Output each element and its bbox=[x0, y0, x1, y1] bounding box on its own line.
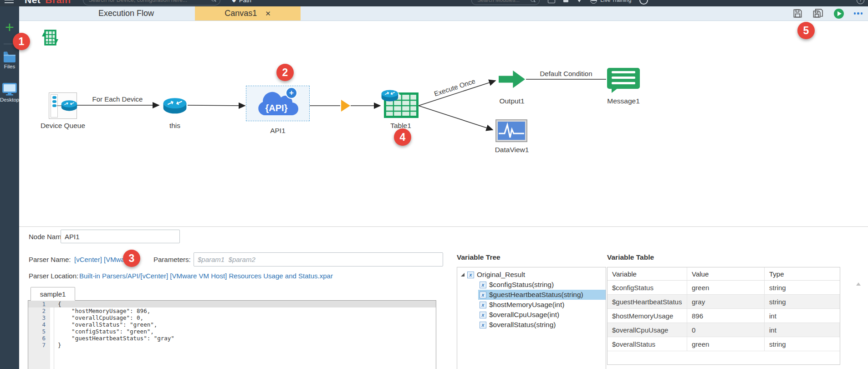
save-icon[interactable] bbox=[792, 8, 803, 19]
path-menu[interactable]: Path bbox=[239, 0, 251, 4]
router-icon bbox=[61, 98, 78, 112]
save-all-icon[interactable] bbox=[812, 8, 824, 19]
node-dataview1[interactable] bbox=[495, 119, 527, 142]
node-label-message1: Message1 bbox=[607, 97, 640, 105]
node-output1[interactable] bbox=[499, 70, 525, 89]
device-search-box[interactable] bbox=[83, 0, 220, 5]
table-row[interactable]: $guestHeartbeatStatusgraystring bbox=[608, 295, 840, 309]
device-search-input[interactable] bbox=[83, 0, 220, 3]
sidebar-item-label: Desktop bbox=[0, 97, 19, 102]
netbrain-logo: NetBrain bbox=[25, 0, 71, 5]
parser-name-link[interactable]: [vCenter] [VMware bbox=[74, 256, 131, 263]
folder-icon bbox=[3, 51, 16, 62]
search-icon bbox=[530, 0, 536, 3]
tree-item-guestheartbeatstatus[interactable]: x $guestHeartbeatStatus(string) bbox=[478, 290, 606, 300]
edge-label-default-condition: Default Condition bbox=[540, 70, 592, 77]
message-tail bbox=[612, 88, 618, 93]
search-icon bbox=[211, 0, 216, 2]
tree-item-overallstatus[interactable]: x $overallStatus(string) bbox=[478, 320, 606, 330]
variable-icon: x bbox=[480, 282, 486, 288]
table-sync-icon[interactable] bbox=[42, 29, 58, 47]
node-api1[interactable]: {API} + bbox=[246, 86, 310, 121]
step-badge-3: 3 bbox=[123, 250, 140, 267]
sidebar-item-label: Files bbox=[0, 64, 19, 69]
flow-canvas[interactable]: For Each Device Execute Once Default Con… bbox=[19, 20, 868, 226]
filter-icon[interactable] bbox=[577, 0, 582, 2]
code-line: 1{ bbox=[28, 301, 436, 308]
close-icon[interactable]: ✕ bbox=[265, 6, 271, 20]
more-options-icon[interactable] bbox=[854, 12, 863, 15]
variable-icon: x bbox=[480, 322, 486, 328]
sidebar-item-desktop[interactable]: Desktop bbox=[0, 83, 19, 102]
table-row[interactable]: $configStatusgreenstring bbox=[608, 281, 840, 295]
variable-icon: x bbox=[467, 272, 474, 278]
step-badge-5: 5 bbox=[797, 22, 815, 39]
dataview-pulse-icon bbox=[498, 122, 525, 140]
tab-canvas1-label: Canvas1 bbox=[225, 6, 257, 20]
code-line: 5 "configStatus": "green", bbox=[28, 328, 436, 335]
code-line: 7} bbox=[28, 342, 436, 348]
node-name-input[interactable] bbox=[61, 230, 180, 243]
node-label-device-queue: Device Queue bbox=[41, 122, 85, 130]
hamburger-menu-icon[interactable] bbox=[5, 0, 14, 3]
screenshot-icon[interactable] bbox=[548, 0, 555, 3]
tree-item-overallcpuusage[interactable]: x $overallCpuUsage(int) bbox=[478, 310, 606, 320]
variable-table-title: Variable Table bbox=[607, 253, 654, 261]
edge-label-execute-once: Execute Once bbox=[433, 77, 476, 97]
run-icon[interactable] bbox=[833, 8, 844, 19]
path-icon: ◆ bbox=[232, 0, 236, 3]
live-training-link[interactable]: Live Training bbox=[600, 0, 631, 3]
parameters-label: Parameters: bbox=[153, 256, 191, 263]
desktop-icon bbox=[2, 83, 17, 96]
variable-tree-title: Variable Tree bbox=[457, 253, 500, 261]
node-properties-panel: Node Name: Parser Name: [vCenter] [VMwar… bbox=[19, 226, 868, 369]
sample-code-editor[interactable]: 1{ 2 "hostMemoryUsage": 896, 3 "overallC… bbox=[28, 300, 436, 369]
module-search-box[interactable] bbox=[471, 0, 540, 5]
node-device-queue[interactable] bbox=[49, 92, 77, 119]
help-icon[interactable]: ? bbox=[857, 0, 864, 4]
parser-name-label: Parser Name: bbox=[29, 256, 71, 263]
node-table1[interactable] bbox=[384, 92, 419, 118]
parameters-input[interactable] bbox=[194, 252, 443, 266]
top-app-bar: NetBrain ◆ Path Live Training ? bbox=[0, 0, 868, 6]
tab-sample1[interactable]: sample1 bbox=[31, 287, 75, 301]
globe-icon[interactable] bbox=[590, 0, 597, 4]
tab-execution-flow[interactable]: Execution Flow bbox=[65, 6, 188, 20]
node-label-output1: Output1 bbox=[499, 97, 524, 105]
flow-edges: For Each Device Execute Once Default Con… bbox=[19, 20, 868, 226]
variable-tree[interactable]: x Original_Result x $configStatus(string… bbox=[457, 267, 606, 369]
code-line: 2 "hostMemoryUsage": 896, bbox=[28, 308, 436, 314]
add-parser-icon[interactable]: + bbox=[286, 87, 297, 99]
node-label-api1: API1 bbox=[270, 127, 286, 135]
api-cloud-text: {API} bbox=[266, 103, 288, 113]
variable-table[interactable]: Variable Value Type $configStatusgreenst… bbox=[607, 267, 840, 365]
parser-location-label: Parser Location: bbox=[29, 272, 78, 280]
node-this-router-icon[interactable] bbox=[162, 95, 188, 116]
table-row[interactable]: $overallCpuUsage0int bbox=[608, 323, 840, 337]
router-icon bbox=[379, 87, 400, 103]
tree-item-configstatus[interactable]: x $configStatus(string) bbox=[478, 280, 606, 290]
sidebar-item-files[interactable]: Files bbox=[0, 51, 19, 69]
table-row[interactable]: $overallStatusgreenstring bbox=[608, 337, 840, 351]
table-scroll-up-icon[interactable] bbox=[856, 282, 861, 286]
tree-root-original-result[interactable]: x Original_Result bbox=[457, 270, 606, 280]
notifications-icon[interactable] bbox=[563, 0, 568, 2]
table-row[interactable]: $hostMemoryUsage896int bbox=[608, 309, 840, 323]
queue-list-icon bbox=[51, 94, 58, 118]
step-badge-2: 2 bbox=[276, 64, 294, 81]
variable-icon: x bbox=[480, 292, 486, 298]
variable-table-header: Variable Value Type bbox=[608, 267, 840, 281]
variable-icon: x bbox=[480, 312, 486, 318]
user-avatar[interactable] bbox=[639, 0, 648, 5]
step-badge-1: 1 bbox=[13, 33, 30, 50]
module-search-input[interactable] bbox=[472, 0, 539, 3]
tab-canvas1[interactable]: Canvas1 ✕ bbox=[195, 6, 301, 20]
parser-location-link[interactable]: Built-in Parsers/API/[vCenter] [VMware V… bbox=[79, 272, 333, 280]
node-message1[interactable] bbox=[607, 68, 640, 89]
flow-breakpoint-icon[interactable] bbox=[341, 100, 350, 112]
left-sidebar: + Files Desktop bbox=[0, 6, 19, 369]
tree-expand-icon[interactable] bbox=[461, 273, 465, 277]
tree-item-hostmemoryusage[interactable]: x $hostMemoryUsage(int) bbox=[478, 300, 606, 310]
code-line: 3 "overallCpuUsage": 0, bbox=[28, 314, 436, 321]
add-new-icon[interactable]: + bbox=[0, 19, 19, 35]
